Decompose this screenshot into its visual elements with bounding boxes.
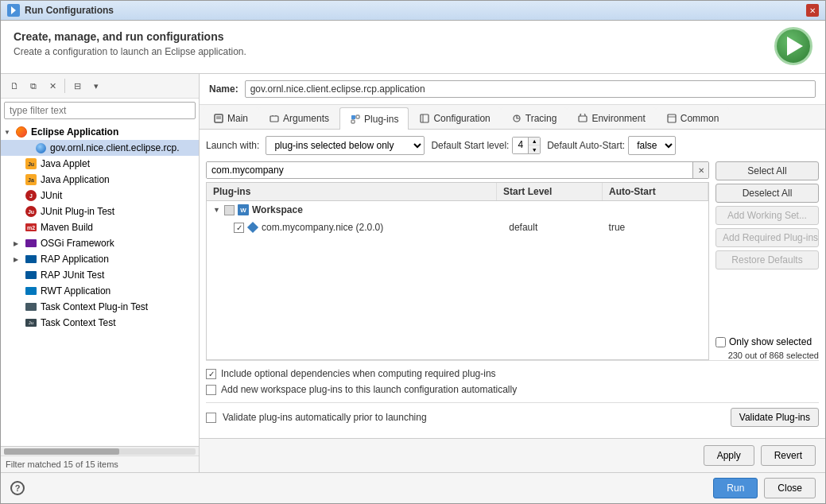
table-header: Plug-ins Start Level Auto-Start	[207, 183, 708, 201]
revert-button[interactable]: Revert	[761, 445, 816, 466]
window-title: Run Configurations	[25, 5, 801, 16]
col-plugins: Plug-ins	[207, 183, 497, 200]
java-applet-label: Java Applet	[41, 158, 90, 169]
validate-plugins-button[interactable]: Validate Plug-ins	[731, 408, 819, 427]
collapse-all-button[interactable]: ⊟	[68, 77, 86, 95]
workspace-row[interactable]: ▼ W Workspace	[207, 201, 708, 219]
add-workspace-checkbox[interactable]	[206, 385, 216, 395]
tab-environment-label: Environment	[591, 113, 645, 124]
add-working-set-button[interactable]: Add Working Set...	[715, 206, 819, 225]
gov-config-label: gov.ornl.nice.client.eclipse.rcp.	[50, 142, 180, 153]
eclipse-application-header[interactable]: ▼ Eclipse Application	[1, 124, 199, 140]
run-button[interactable]: Run	[713, 478, 758, 498]
java-application-icon: Ja	[25, 173, 37, 186]
apply-button[interactable]: Apply	[704, 445, 754, 466]
junit-plugin-item[interactable]: Ju JUnit Plug-in Test	[1, 204, 199, 219]
auto-start-section: Default Auto-Start: false true	[547, 136, 676, 155]
close-button[interactable]: Close	[764, 478, 816, 498]
sidebar-scrollbar[interactable]	[1, 446, 199, 456]
hscroll-track	[4, 448, 196, 455]
add-required-plugins-button[interactable]: Add Required Plug-ins	[715, 228, 819, 247]
osgi-framework-icon	[25, 237, 37, 250]
help-button[interactable]: ?	[10, 481, 25, 495]
rwt-application-label: RWT Application	[41, 285, 111, 297]
svg-rect-4	[270, 116, 278, 122]
plugin-search-input[interactable]	[207, 162, 692, 178]
workspace-cell: ▼ W Workspace	[210, 203, 502, 217]
workspace-checkbox[interactable]	[224, 205, 235, 215]
tab-tracing[interactable]: Tracing	[501, 107, 568, 129]
only-show-selected-label: Only show selected	[729, 336, 812, 347]
filter-input[interactable]	[4, 102, 196, 119]
svg-rect-8	[421, 114, 429, 122]
workspace-expand: ▼	[213, 206, 221, 214]
launch-with-label: Launch with:	[206, 140, 259, 151]
rwt-application-item[interactable]: RWT Application	[1, 283, 199, 299]
auto-start-label: Default Auto-Start:	[547, 140, 625, 151]
plugin-start-level: default	[506, 220, 605, 235]
title-bar: Run Configurations ✕	[1, 1, 825, 21]
start-level-up-button[interactable]: ▲	[529, 138, 540, 145]
task-context-plugin-item[interactable]: Task Context Plug-in Test	[1, 299, 199, 315]
tab-common-label: Common	[681, 113, 719, 124]
validate-checkbox[interactable]	[206, 413, 216, 423]
plugins-tab-icon	[350, 114, 361, 125]
include-optional-checkbox[interactable]	[206, 369, 216, 379]
tab-arguments[interactable]: Arguments	[258, 107, 339, 129]
validate-label: Validate plug-ins automatically prior to…	[223, 412, 427, 423]
task-context-test-label: Task Context Test	[41, 317, 116, 328]
plugin-cell: ✓ com.mycompany.nice (2.0.0)	[219, 220, 506, 235]
tracing-tab-icon	[511, 113, 522, 124]
only-show-selected-checkbox[interactable]	[715, 337, 726, 347]
panel-content: Launch with: plug-ins selected below onl…	[200, 130, 825, 438]
rap-junit-item[interactable]: RAP JUnit Test	[1, 267, 199, 283]
arguments-tab-icon	[269, 113, 280, 124]
footer: ? Run Close	[1, 472, 825, 503]
launch-with-select[interactable]: plug-ins selected below only	[266, 136, 425, 155]
sidebar: 🗋 ⧉ ✕ ⊟ ▾ ▼ Eclipse Application	[1, 74, 200, 472]
copy-config-button[interactable]: ⧉	[25, 77, 42, 95]
java-application-item[interactable]: Ja Java Application	[1, 172, 199, 188]
tab-main[interactable]: Main	[203, 107, 258, 129]
search-clear-button[interactable]: ✕	[692, 162, 708, 178]
plugin-row[interactable]: ✓ com.mycompany.nice (2.0.0) default tru…	[207, 219, 708, 236]
window-icon	[7, 4, 20, 17]
plugins-left: ✕ Plug-ins Start Level Auto-Start	[206, 161, 709, 360]
tab-configuration[interactable]: Configuration	[409, 107, 500, 129]
rap-application-item[interactable]: ▶ RAP Application	[1, 251, 199, 267]
tab-environment[interactable]: Environment	[567, 107, 655, 129]
menu-button[interactable]: ▾	[87, 77, 105, 95]
rap-application-label: RAP Application	[41, 254, 109, 265]
environment-tab-icon	[577, 113, 588, 124]
java-applet-item[interactable]: Ju Java Applet	[1, 156, 199, 172]
osgi-framework-item[interactable]: ▶ OSGi Framework	[1, 235, 199, 251]
main-tab-icon	[213, 113, 224, 124]
svg-rect-11	[579, 116, 587, 122]
start-level-down-button[interactable]: ▼	[529, 145, 540, 153]
auto-start-select[interactable]: false true	[628, 136, 676, 155]
tab-tracing-label: Tracing	[525, 113, 557, 124]
plugin-checkbox[interactable]: ✓	[234, 223, 244, 233]
maven-build-label: Maven Build	[41, 222, 93, 233]
task-context-test-item[interactable]: Ju Task Context Test	[1, 315, 199, 331]
include-optional-row: Include optional dependencies when compu…	[206, 366, 819, 382]
deselect-all-button[interactable]: Deselect All	[715, 184, 819, 203]
maven-build-item[interactable]: m2 Maven Build	[1, 219, 199, 235]
gov-config-item[interactable]: gov.ornl.nice.client.eclipse.rcp.	[1, 140, 199, 156]
sidebar-status: Filter matched 15 of 15 items	[1, 456, 199, 472]
rap-junit-label: RAP JUnit Test	[41, 269, 104, 281]
col-start-level: Start Level	[497, 183, 603, 200]
tab-common[interactable]: Common	[656, 107, 730, 129]
window-close-button[interactable]: ✕	[806, 4, 819, 17]
delete-config-button[interactable]: ✕	[44, 77, 61, 95]
play-icon-shape	[787, 37, 803, 56]
maven-build-icon: m2	[25, 221, 37, 234]
new-config-button[interactable]: 🗋	[6, 77, 23, 95]
restore-defaults-button[interactable]: Restore Defaults	[715, 250, 819, 269]
name-input[interactable]	[245, 80, 816, 98]
tab-plugins[interactable]: Plug-ins	[339, 107, 409, 130]
junit-item[interactable]: J JUnit	[1, 188, 199, 204]
tab-arguments-label: Arguments	[283, 113, 329, 124]
task-context-plugin-icon	[25, 300, 37, 313]
select-all-button[interactable]: Select All	[715, 161, 819, 180]
